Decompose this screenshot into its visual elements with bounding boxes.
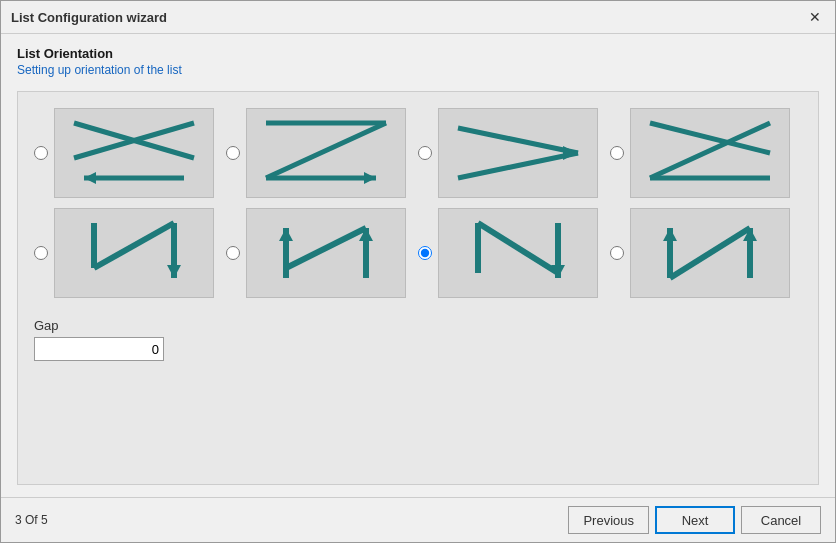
pattern-box-4[interactable] <box>630 108 790 198</box>
pattern-box-1[interactable] <box>54 108 214 198</box>
gap-input[interactable] <box>34 337 164 361</box>
svg-line-10 <box>458 153 578 178</box>
pattern-svg-2 <box>256 113 396 193</box>
options-row-1 <box>34 108 802 198</box>
footer: 3 Of 5 Previous Next Cancel <box>1 497 835 542</box>
radio-opt2[interactable] <box>226 146 240 160</box>
content-area: List Orientation Setting up orientation … <box>1 34 835 497</box>
pattern-svg-5 <box>64 213 204 293</box>
radio-opt1[interactable] <box>34 146 48 160</box>
svg-marker-17 <box>167 265 181 278</box>
radio-opt3[interactable] <box>418 146 432 160</box>
dialog: List Configuration wizard ✕ List Orienta… <box>0 0 836 543</box>
option-item-3 <box>418 108 598 198</box>
radio-opt7[interactable] <box>418 246 432 260</box>
svg-line-20 <box>286 228 366 268</box>
title-rest: wizard <box>123 10 167 25</box>
title-bar-text: List Configuration wizard <box>11 10 167 25</box>
option-item-6 <box>226 208 406 298</box>
footer-buttons: Previous Next Cancel <box>568 506 821 534</box>
previous-button[interactable]: Previous <box>568 506 649 534</box>
option-item-5 <box>34 208 214 298</box>
option-item-1 <box>34 108 214 198</box>
section-title: List Orientation <box>17 46 819 61</box>
pattern-box-7[interactable] <box>438 208 598 298</box>
title-bar: List Configuration wizard ✕ <box>1 1 835 34</box>
radio-opt8[interactable] <box>610 246 624 260</box>
cancel-button[interactable]: Cancel <box>741 506 821 534</box>
pattern-svg-4 <box>640 113 780 193</box>
pattern-svg-1 <box>64 113 204 193</box>
options-area: Gap <box>17 91 819 485</box>
next-button[interactable]: Next <box>655 506 735 534</box>
pattern-svg-7 <box>448 213 588 293</box>
svg-line-8 <box>458 128 578 153</box>
svg-line-24 <box>478 223 558 273</box>
svg-line-29 <box>670 228 750 278</box>
radio-opt6[interactable] <box>226 246 240 260</box>
svg-marker-28 <box>663 228 677 241</box>
radio-opt5[interactable] <box>34 246 48 260</box>
option-item-2 <box>226 108 406 198</box>
options-row-2 <box>34 208 802 298</box>
option-item-4 <box>610 108 790 198</box>
title-bold: List Configuration <box>11 10 123 25</box>
svg-marker-19 <box>279 228 293 241</box>
pattern-svg-3 <box>448 113 588 193</box>
pattern-box-6[interactable] <box>246 208 406 298</box>
section-subtitle: Setting up orientation of the list <box>17 63 819 77</box>
pattern-box-2[interactable] <box>246 108 406 198</box>
pattern-box-5[interactable] <box>54 208 214 298</box>
svg-marker-7 <box>364 172 376 184</box>
svg-line-15 <box>94 223 174 268</box>
pattern-box-3[interactable] <box>438 108 598 198</box>
pattern-svg-6 <box>256 213 396 293</box>
pattern-svg-8 <box>640 213 780 293</box>
svg-marker-3 <box>84 172 96 184</box>
radio-opt4[interactable] <box>610 146 624 160</box>
close-button[interactable]: ✕ <box>805 7 825 27</box>
gap-section: Gap <box>34 318 802 361</box>
gap-label: Gap <box>34 318 802 333</box>
option-item-7 <box>418 208 598 298</box>
footer-status: 3 Of 5 <box>15 513 48 527</box>
pattern-box-8[interactable] <box>630 208 790 298</box>
option-item-8 <box>610 208 790 298</box>
svg-line-5 <box>266 123 386 178</box>
